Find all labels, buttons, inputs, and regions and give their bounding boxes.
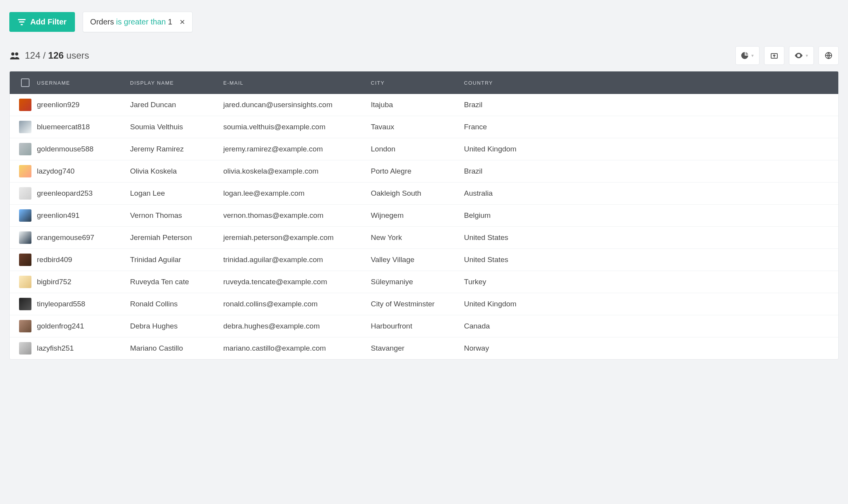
table-row[interactable]: tinyleopard558Ronald Collinsronald.colli…: [10, 293, 838, 315]
filter-field: Orders: [90, 17, 114, 26]
summary-toolbar: 124 / 126 users ▾ ▾: [9, 46, 839, 65]
count-filtered: 124: [25, 50, 40, 61]
users-icon: [9, 52, 20, 59]
filter-value: 1: [168, 17, 172, 26]
cell-username: bluemeercat818: [37, 123, 130, 131]
cell-email: ronald.collins@example.com: [223, 300, 371, 308]
cell-country: Brazil: [464, 101, 838, 109]
cell-username: bigbird752: [37, 278, 130, 286]
cell-username: lazyfish251: [37, 344, 130, 353]
cell-country: France: [464, 123, 838, 131]
cell-username: greenlion491: [37, 211, 130, 220]
count-separator: /: [43, 50, 46, 61]
cell-country: United States: [464, 233, 838, 242]
avatar: [19, 121, 31, 133]
columns-button[interactable]: ▾: [789, 46, 814, 65]
cell-display-name: Debra Hughes: [130, 322, 223, 330]
cell-username: tinyleopard558: [37, 300, 130, 308]
cell-city: Wijnegem: [371, 211, 464, 220]
table-body: greenlion929Jared Duncanjared.duncan@use…: [10, 94, 838, 359]
cell-username: greenlion929: [37, 101, 130, 109]
pie-chart-icon: [741, 52, 748, 59]
cell-display-name: Jeremy Ramirez: [130, 145, 223, 153]
table-row[interactable]: greenleopard253Logan Leelogan.lee@exampl…: [10, 182, 838, 204]
table-row[interactable]: greenlion491Vernon Thomasvernon.thomas@e…: [10, 204, 838, 226]
segments-button[interactable]: ▾: [735, 46, 759, 65]
column-header-country[interactable]: COUNTRY: [464, 80, 838, 86]
cell-email: jeremiah.peterson@example.com: [223, 233, 371, 242]
filter-icon: [18, 19, 26, 25]
cell-email: trinidad.aguilar@example.com: [223, 255, 371, 264]
cell-display-name: Trinidad Aguilar: [130, 255, 223, 264]
cell-country: Norway: [464, 344, 838, 353]
cell-email: jeremy.ramirez@example.com: [223, 145, 371, 153]
cell-city: City of Westminster: [371, 300, 464, 308]
cell-display-name: Jeremiah Peterson: [130, 233, 223, 242]
cell-username: redbird409: [37, 255, 130, 264]
cell-city: Itajuba: [371, 101, 464, 109]
cell-username: goldenmouse588: [37, 145, 130, 153]
cell-display-name: Ronald Collins: [130, 300, 223, 308]
filter-operator: is greater than: [116, 17, 166, 26]
table-row[interactable]: lazydog740Olivia Koskelaolivia.koskela@e…: [10, 160, 838, 182]
cell-username: lazydog740: [37, 167, 130, 176]
globe-icon: [825, 52, 832, 59]
column-header-email[interactable]: E-MAIL: [223, 80, 371, 86]
cell-city: Harbourfront: [371, 322, 464, 330]
column-header-city[interactable]: CITY: [371, 80, 464, 86]
cell-country: Canada: [464, 322, 838, 330]
svg-point-1: [15, 52, 18, 56]
cell-display-name: Jared Duncan: [130, 101, 223, 109]
table-actions: ▾ ▾: [735, 46, 839, 65]
cell-country: United Kingdom: [464, 300, 838, 308]
cell-city: New York: [371, 233, 464, 242]
avatar: [19, 187, 31, 200]
map-button[interactable]: [818, 46, 839, 65]
table-row[interactable]: lazyfish251Mariano Castillomariano.casti…: [10, 337, 838, 359]
cell-username: goldenfrog241: [37, 322, 130, 330]
cell-display-name: Mariano Castillo: [130, 344, 223, 353]
cell-city: Oakleigh South: [371, 189, 464, 198]
cell-city: Porto Alegre: [371, 167, 464, 176]
cell-email: soumia.velthuis@example.com: [223, 123, 371, 131]
select-all-checkbox[interactable]: [21, 78, 30, 87]
remove-filter-icon[interactable]: ✕: [179, 18, 185, 26]
cell-display-name: Olivia Koskela: [130, 167, 223, 176]
table-row[interactable]: bluemeercat818Soumia Velthuissoumia.velt…: [10, 116, 838, 138]
avatar: [19, 209, 31, 222]
svg-point-0: [11, 52, 14, 56]
avatar: [19, 165, 31, 177]
active-filter-chip[interactable]: Orders is greater than 1 ✕: [83, 12, 192, 32]
table-row[interactable]: greenlion929Jared Duncanjared.duncan@use…: [10, 94, 838, 116]
cell-display-name: Soumia Velthuis: [130, 123, 223, 131]
add-filter-button[interactable]: Add Filter: [9, 12, 75, 32]
cell-email: logan.lee@example.com: [223, 189, 371, 198]
cell-country: United States: [464, 255, 838, 264]
avatar: [19, 254, 31, 266]
table-row[interactable]: orangemouse697Jeremiah Petersonjeremiah.…: [10, 226, 838, 249]
cell-country: Australia: [464, 189, 838, 198]
cell-username: orangemouse697: [37, 233, 130, 242]
cell-email: ruveyda.tencate@example.com: [223, 278, 371, 286]
table-row[interactable]: goldenfrog241Debra Hughesdebra.hughes@ex…: [10, 315, 838, 337]
avatar: [19, 99, 31, 111]
caret-down-icon: ▾: [751, 53, 754, 58]
column-header-display-name[interactable]: DISPLAY NAME: [130, 80, 223, 86]
cell-email: debra.hughes@example.com: [223, 322, 371, 330]
column-header-username[interactable]: USERNAME: [37, 80, 130, 86]
table-row[interactable]: redbird409Trinidad Aguilartrinidad.aguil…: [10, 249, 838, 271]
cell-city: Stavanger: [371, 344, 464, 353]
add-filter-label: Add Filter: [30, 17, 66, 26]
result-count: 124 / 126 users: [9, 50, 89, 61]
export-button[interactable]: [764, 46, 784, 65]
avatar: [19, 298, 31, 310]
cell-country: Belgium: [464, 211, 838, 220]
table-row[interactable]: bigbird752Ruveyda Ten cateruveyda.tencat…: [10, 271, 838, 293]
cell-city: Valley Village: [371, 255, 464, 264]
table-header: USERNAME DISPLAY NAME E-MAIL CITY COUNTR…: [10, 71, 838, 94]
cell-display-name: Ruveyda Ten cate: [130, 278, 223, 286]
cell-country: Brazil: [464, 167, 838, 176]
cell-city: Süleymaniye: [371, 278, 464, 286]
filter-toolbar: Add Filter Orders is greater than 1 ✕: [9, 12, 839, 32]
table-row[interactable]: goldenmouse588Jeremy Ramirezjeremy.ramir…: [10, 138, 838, 160]
